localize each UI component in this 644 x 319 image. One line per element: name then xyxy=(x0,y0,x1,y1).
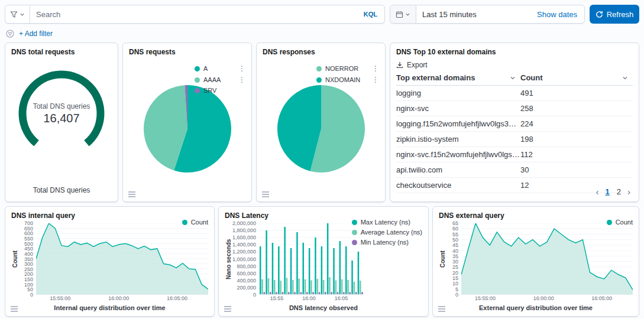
legend-item-label[interactable]: NOERROR xyxy=(325,65,358,72)
chart-legend: Count xyxy=(607,219,633,226)
y-tick-label: 50 xyxy=(27,287,33,292)
filter-icon[interactable] xyxy=(6,30,14,38)
domain-cell: api.twilio.com xyxy=(396,162,520,178)
legend-item[interactable]: A⋮ xyxy=(195,64,245,73)
y-tick-label: 600 xyxy=(24,230,33,236)
y-tick-label: 60 xyxy=(452,226,458,232)
panel-dns-external-query: DNS external query Count Count 051015202… xyxy=(432,206,639,317)
legend-toggle-icon[interactable] xyxy=(438,305,446,313)
sort-chevron-icon xyxy=(622,75,628,81)
gauge-value: 16,407 xyxy=(43,112,79,125)
bar-chart[interactable] xyxy=(259,223,363,295)
legend-item-label[interactable]: Max Latency (ns) xyxy=(361,219,410,226)
y-tick-label: 30 xyxy=(452,259,458,265)
y-tick-label: 10 xyxy=(452,281,458,287)
next-page-icon[interactable]: › xyxy=(627,187,630,197)
legend-item-label[interactable]: AAAA xyxy=(203,76,221,83)
y-tick-label: 15 xyxy=(452,275,458,281)
chart-title: Internal query distribution over time xyxy=(11,302,208,311)
legend-item[interactable]: Count xyxy=(607,219,633,226)
y-tick-label: 2,000,000 xyxy=(232,220,256,226)
area-chart[interactable] xyxy=(36,223,208,295)
x-tick-label: 16:05:00 xyxy=(591,295,612,301)
legend-menu-icon[interactable]: ⋮ xyxy=(232,64,245,73)
date-picker: Last 15 minutes Show dates xyxy=(390,5,585,24)
legend-item-label[interactable]: A xyxy=(203,65,208,72)
count-cell: 258 xyxy=(520,101,633,116)
panel-title[interactable]: DNS requests xyxy=(129,48,245,56)
legend-color-dot xyxy=(352,230,357,235)
refresh-button[interactable]: Refresh xyxy=(590,5,639,24)
legend-item[interactable]: NOERROR⋮ xyxy=(316,64,379,73)
domain-cell: nginx-svc xyxy=(396,101,520,116)
legend-toggle-icon[interactable] xyxy=(224,305,232,313)
dashboard-row-bottom: DNS internal query Count Count 050100150… xyxy=(5,206,639,317)
legend-menu-icon[interactable]: ⋮ xyxy=(366,76,379,84)
time-range-label[interactable]: Last 15 minutes xyxy=(416,10,537,19)
y-axis-title: Nano seconds xyxy=(225,223,232,295)
table-row: nginx-svc258 xyxy=(396,101,633,116)
legend-item[interactable]: SRV xyxy=(195,87,245,94)
saved-query-menu-button[interactable] xyxy=(5,5,30,23)
pie-chart[interactable] xyxy=(144,85,231,172)
export-button[interactable]: Export xyxy=(396,61,428,69)
x-tick-label: 16:05 xyxy=(335,295,348,301)
domain-cell: nginx-svc.f15n2womfujehfjlwv0lgs3no... xyxy=(396,147,520,162)
panel-title[interactable]: DNS Top 10 external domains xyxy=(396,48,633,56)
previous-page-icon[interactable]: ‹ xyxy=(596,187,599,197)
panel-dns-total-requests: DNS total requests Total DNS queries 16,… xyxy=(5,43,118,202)
panel-title[interactable]: DNS external query xyxy=(439,211,504,220)
legend-toggle-icon[interactable] xyxy=(128,191,136,198)
query-bar: KQL Last 15 minutes Show dates Refresh xyxy=(0,0,644,24)
pie-chart[interactable] xyxy=(277,85,365,172)
chevron-down-icon xyxy=(405,12,410,17)
x-tick-label: 16:00:00 xyxy=(533,295,554,301)
legend-item-label[interactable]: Min Latency (ns) xyxy=(361,239,409,246)
chart-title: External query distribution over time xyxy=(439,302,633,311)
legend-item-label[interactable]: SRV xyxy=(203,87,216,94)
panel-title[interactable]: DNS responses xyxy=(263,48,379,56)
legend-menu-icon[interactable]: ⋮ xyxy=(232,76,245,84)
chart-legend: Max Latency (ns)Average Latency (ns)Min … xyxy=(352,219,422,246)
add-filter-button[interactable]: + Add filter xyxy=(19,30,53,38)
column-header-domains[interactable]: Top external domains xyxy=(396,70,520,86)
y-tick-label: 200 xyxy=(24,271,33,277)
area-chart[interactable] xyxy=(461,223,633,295)
table-row: nginx-svc.f15n2womfujehfjlwv0lgs3no...11… xyxy=(396,147,633,162)
y-tick-label: 500 xyxy=(24,241,33,247)
search-bar: KQL xyxy=(5,5,385,24)
y-tick-label: 0 xyxy=(455,292,458,298)
y-tick-label: 550 xyxy=(24,236,33,242)
legend-item[interactable]: Count xyxy=(182,219,208,226)
refresh-label: Refresh xyxy=(607,10,634,19)
legend-item-label[interactable]: Average Latency (ns) xyxy=(361,229,422,236)
legend-item-label[interactable]: NXDOMAIN xyxy=(325,76,360,83)
search-input[interactable] xyxy=(30,10,357,19)
kql-language-button[interactable]: KQL xyxy=(357,11,384,18)
column-header-count[interactable]: Count xyxy=(520,70,633,86)
panel-dns-responses: DNS responses NOERROR⋮NXDOMAIN⋮ xyxy=(256,43,386,202)
panel-dns-internal-query: DNS internal query Count Count 050100150… xyxy=(5,206,215,317)
legend-item[interactable]: AAAA⋮ xyxy=(195,76,245,84)
y-tick-label: 50 xyxy=(452,237,458,243)
legend-menu-icon[interactable]: ⋮ xyxy=(366,64,379,73)
date-quick-menu-button[interactable] xyxy=(390,5,416,23)
legend-item-label[interactable]: Count xyxy=(616,219,633,226)
page-button-1[interactable]: 1 xyxy=(604,187,611,196)
legend-toggle-icon[interactable] xyxy=(261,191,270,198)
legend-item[interactable]: NXDOMAIN⋮ xyxy=(316,76,379,84)
legend-item[interactable]: Max Latency (ns) xyxy=(352,219,422,226)
page-button-2[interactable]: 2 xyxy=(616,187,622,196)
legend-toggle-icon[interactable] xyxy=(10,305,18,313)
y-tick-label: 5 xyxy=(455,287,458,292)
domain-cell: checkoutservice xyxy=(396,178,520,193)
legend-color-dot xyxy=(316,66,322,71)
panel-title[interactable]: DNS internal query xyxy=(11,211,75,220)
legend-item-label[interactable]: Count xyxy=(191,219,208,226)
legend-item[interactable]: Min Latency (ns) xyxy=(352,239,422,246)
show-dates-button[interactable]: Show dates xyxy=(537,10,584,19)
panel-title[interactable]: DNS total requests xyxy=(11,48,112,56)
panel-title[interactable]: DNS Latency xyxy=(225,211,268,220)
legend-item[interactable]: Average Latency (ns) xyxy=(352,229,422,236)
dashboard-row-top: DNS total requests Total DNS queries 16,… xyxy=(5,43,639,202)
